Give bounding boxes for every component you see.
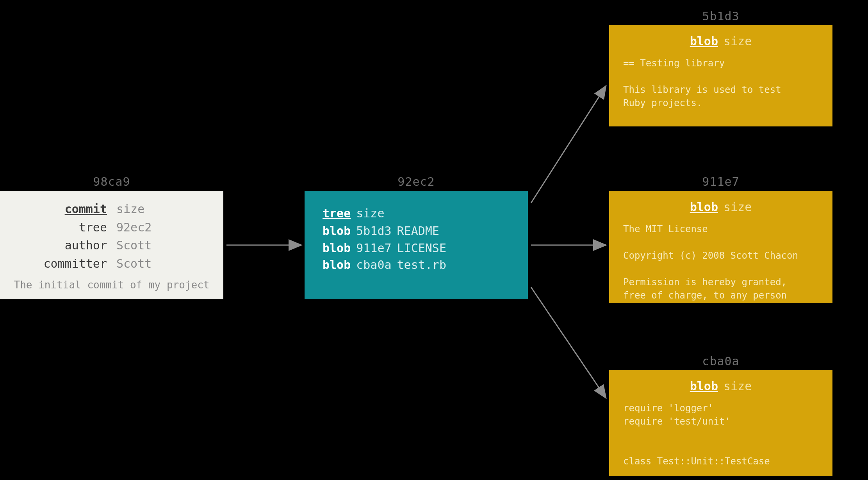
blob-2-hash-label: 911e7 bbox=[609, 175, 832, 188]
blob-content: == Testing library This library is used … bbox=[623, 57, 818, 110]
blob-size-label: size bbox=[724, 34, 752, 48]
commit-field-tree-key: tree bbox=[8, 219, 107, 236]
tree-size-label: size bbox=[356, 206, 384, 220]
tree-entry-name: README bbox=[397, 224, 439, 238]
tree-entry-sha: cba0a bbox=[356, 258, 391, 272]
arrow-tree-to-blob-1 bbox=[531, 86, 606, 203]
commit-type-keyword: commit bbox=[8, 201, 107, 218]
blob-object-box: blobsize == Testing library This library… bbox=[609, 25, 832, 126]
tree-entry-name: LICENSE bbox=[397, 241, 446, 255]
commit-message: The initial commit of my project bbox=[8, 279, 216, 291]
tree-hash-label: 92ec2 bbox=[305, 175, 528, 188]
blob-object-box: blobsize The MIT License Copyright (c) 2… bbox=[609, 191, 832, 303]
commit-field-author-key: author bbox=[8, 237, 107, 254]
blob-content: require 'logger' require 'test/unit' cla… bbox=[623, 402, 818, 468]
blob-type-keyword: blob bbox=[690, 200, 718, 214]
commit-size-label: size bbox=[116, 201, 216, 218]
arrow-tree-to-blob-3 bbox=[531, 287, 606, 398]
blob-type-keyword: blob bbox=[690, 379, 718, 393]
blob-1-hash-label: 5b1d3 bbox=[609, 9, 832, 23]
tree-type-keyword: tree bbox=[323, 206, 351, 220]
commit-field-author-value: Scott bbox=[116, 237, 216, 254]
commit-object-box: commit size tree 92ec2 author Scott comm… bbox=[0, 191, 223, 299]
blob-3-hash-label: cba0a bbox=[609, 354, 832, 368]
blob-content: The MIT License Copyright (c) 2008 Scott… bbox=[623, 222, 818, 302]
tree-entry: blob5b1d3README bbox=[323, 222, 510, 240]
tree-entries: blob5b1d3README blob911e7LICENSE blobcba… bbox=[323, 222, 510, 274]
commit-field-committer-value: Scott bbox=[116, 256, 216, 272]
tree-entry: blob911e7LICENSE bbox=[323, 240, 510, 257]
blob-object-box: blobsize require 'logger' require 'test/… bbox=[609, 370, 832, 476]
tree-entry-type: blob bbox=[323, 241, 351, 255]
tree-entry-type: blob bbox=[323, 224, 351, 238]
blob-type-keyword: blob bbox=[690, 34, 718, 48]
commit-field-tree-value: 92ec2 bbox=[116, 219, 216, 236]
tree-entry-type: blob bbox=[323, 258, 351, 272]
diagram-canvas: 98ca9 92ec2 5b1d3 911e7 cba0a commit siz… bbox=[0, 0, 868, 480]
tree-entry-sha: 5b1d3 bbox=[356, 224, 391, 238]
blob-size-label: size bbox=[724, 200, 752, 214]
tree-entry: blobcba0atest.rb bbox=[323, 256, 510, 274]
tree-object-box: treesize blob5b1d3README blob911e7LICENS… bbox=[305, 191, 528, 299]
tree-entry-sha: 911e7 bbox=[356, 241, 391, 255]
commit-field-committer-key: committer bbox=[8, 256, 107, 272]
blob-size-label: size bbox=[724, 379, 752, 393]
tree-entry-name: test.rb bbox=[397, 258, 446, 272]
commit-hash-label: 98ca9 bbox=[0, 175, 223, 188]
